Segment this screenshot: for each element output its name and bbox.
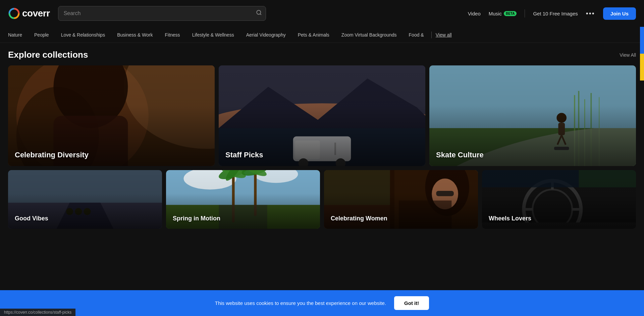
- main-content: Explore collections View All Celebrating…: [0, 43, 644, 242]
- cat-lifestyle[interactable]: Lifestyle & Wellness: [186, 27, 240, 43]
- search-input[interactable]: [58, 6, 266, 21]
- view-all-collections-link[interactable]: View All: [620, 52, 636, 58]
- cat-food[interactable]: Food &: [403, 27, 430, 43]
- beta-badge: beta: [504, 11, 517, 16]
- logo-text: coverr: [22, 8, 50, 19]
- svg-line-2: [260, 14, 261, 15]
- cat-nature[interactable]: Nature: [8, 27, 28, 43]
- collection-card-diversity[interactable]: Celebrating Diversity: [8, 65, 215, 166]
- category-nav: Nature People Love & Relationships Busin…: [0, 27, 644, 43]
- collections-row1: Celebrating Diversity: [8, 65, 636, 166]
- section-header: Explore collections View All: [8, 43, 636, 65]
- cat-people[interactable]: People: [28, 27, 55, 43]
- search-bar: [58, 6, 266, 21]
- sidebar-accent: [640, 27, 644, 81]
- collection-card-good-vibes[interactable]: Good Vibes: [8, 170, 162, 229]
- card-title-good-vibes: Good Vibes: [15, 215, 48, 222]
- svg-point-1: [257, 10, 261, 14]
- card-title-spring: Spring in Motion: [173, 215, 220, 222]
- collection-card-skate[interactable]: Skate Culture: [429, 65, 636, 166]
- cat-nav-separator: [431, 32, 432, 38]
- video-nav-link[interactable]: Video: [468, 11, 481, 16]
- card-title-diversity: Celebrating Diversity: [15, 151, 89, 159]
- header: coverr Video Music beta Get 10 Free Imag…: [0, 0, 644, 27]
- join-button[interactable]: Join Us: [603, 7, 636, 20]
- card-title-staff-picks: Staff Picks: [225, 151, 263, 159]
- accent-yellow: [640, 54, 644, 81]
- collection-card-spring[interactable]: Spring in Motion: [166, 170, 320, 229]
- collection-card-staff-picks[interactable]: Staff Picks: [219, 65, 425, 166]
- cat-aerial[interactable]: Aerial Videography: [240, 27, 292, 43]
- search-icon: [256, 10, 262, 16]
- header-nav: Video Music beta Get 10 Free Images ••• …: [468, 7, 636, 20]
- cat-fitness[interactable]: Fitness: [159, 27, 186, 43]
- cat-pets[interactable]: Pets & Animals: [292, 27, 335, 43]
- logo[interactable]: coverr: [8, 7, 50, 19]
- card-title-skate: Skate Culture: [436, 151, 484, 159]
- collection-card-wheels[interactable]: Wheels Lovers: [482, 170, 636, 229]
- card-title-wheels: Wheels Lovers: [489, 215, 531, 222]
- cat-love[interactable]: Love & Relationships: [55, 27, 111, 43]
- view-all-categories[interactable]: View all: [433, 32, 452, 38]
- cat-zoom[interactable]: Zoom Virtual Backgrounds: [335, 27, 403, 43]
- card-title-women: Celebrating Women: [331, 215, 387, 222]
- more-button[interactable]: •••: [586, 10, 595, 17]
- collections-row2: Good Vibes: [8, 170, 636, 229]
- cat-business[interactable]: Business & Work: [111, 27, 159, 43]
- nav-divider: [525, 9, 525, 17]
- section-title: Explore collections: [8, 50, 88, 60]
- free-images-link[interactable]: Get 10 Free Images: [533, 11, 578, 16]
- logo-icon: [8, 7, 20, 19]
- music-nav-wrap: Music beta: [489, 11, 517, 16]
- music-nav-link[interactable]: Music: [489, 11, 502, 16]
- accent-blue: [640, 27, 644, 54]
- collection-card-women[interactable]: Celebrating Women: [324, 170, 478, 229]
- search-button[interactable]: [256, 10, 262, 17]
